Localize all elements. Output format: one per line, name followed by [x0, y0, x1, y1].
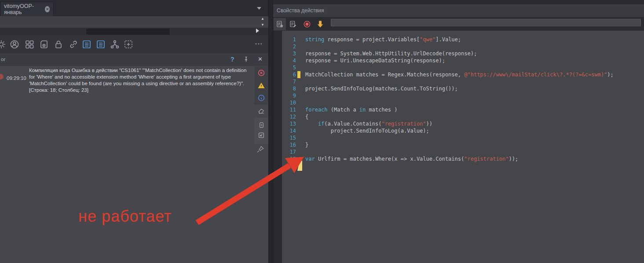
- expand-right-icon[interactable]: [256, 29, 259, 33]
- link-icon[interactable]: [68, 39, 79, 50]
- mini-scrollbar[interactable]: ▲▼: [260, 17, 266, 27]
- code-line-3[interactable]: 3response = System.Web.HttpUtility.UrlDe…: [282, 50, 643, 57]
- code-line-18[interactable]: 18var Urlfirm = matches.Where(x => x.Val…: [282, 155, 643, 162]
- code-line-9[interactable]: 9: [282, 92, 643, 99]
- code-line-17[interactable]: 17: [282, 148, 643, 155]
- code-line-1[interactable]: 1string response = project.Variables["qw…: [282, 36, 643, 43]
- line-marker: [297, 43, 300, 50]
- line-text: var Urlfirm = matches.Where(x => x.Value…: [305, 155, 518, 162]
- line-marker: [297, 120, 300, 127]
- code-line-12[interactable]: 12{: [282, 113, 643, 120]
- line-text: {: [305, 113, 308, 120]
- line-number: 12: [282, 113, 296, 120]
- branch-icon[interactable]: [110, 39, 120, 50]
- line-marker: [297, 36, 300, 43]
- line-marker: [297, 106, 300, 113]
- code-lines: 1string response = project.Variables["qw…: [282, 36, 643, 162]
- code-line-7[interactable]: 7: [282, 78, 643, 85]
- tab-list-dropdown-icon[interactable]: [257, 7, 261, 10]
- line-marker: [297, 50, 300, 57]
- line-marker: [297, 57, 300, 64]
- right-panel-top-strip: [273, 0, 644, 4]
- line-text: response = System.Web.HttpUtility.UrlDec…: [305, 50, 477, 57]
- code-line-14[interactable]: 14 project.SendInfoToLog(a.Value);: [282, 127, 643, 134]
- right-panel-title: Свойства действия: [273, 4, 644, 18]
- code-line-15[interactable]: 15: [282, 134, 643, 141]
- tab-bar: vitomyOOP- январь ✕: [0, 0, 269, 17]
- log-panel-title: ог: [1, 57, 6, 62]
- line-marker: [297, 92, 300, 99]
- action-search-input[interactable]: [331, 19, 641, 26]
- code-line-2[interactable]: 2: [282, 43, 643, 50]
- user-icon[interactable]: [9, 39, 20, 50]
- record-button[interactable]: [301, 18, 313, 30]
- line-text: project.SendInfoToLog(matches.Count.ToSt…: [305, 85, 458, 92]
- log-panel-header: [0, 53, 269, 66]
- line-number: 7: [282, 78, 296, 85]
- code-line-5[interactable]: 5: [282, 64, 643, 71]
- list-view-icon-2[interactable]: [95, 39, 106, 50]
- line-number: 3: [282, 50, 296, 57]
- line-marker: [297, 71, 300, 78]
- code-line-16[interactable]: 16}: [282, 141, 643, 148]
- scrollbar-thumb[interactable]: [86, 29, 170, 35]
- pin-icon[interactable]: [243, 56, 249, 63]
- info-filter-icon[interactable]: [257, 94, 265, 102]
- line-number: 9: [282, 92, 296, 99]
- help-icon[interactable]: ?: [231, 56, 234, 63]
- tab-close-icon[interactable]: ✕: [45, 6, 50, 12]
- line-marker: [297, 99, 300, 106]
- line-marker: [297, 113, 300, 120]
- annotation-text: не работает: [78, 207, 172, 226]
- line-text: string response = project.Variables["qwe…: [305, 36, 461, 43]
- code-line-6[interactable]: 6MatchCollection matches = Regex.Matches…: [282, 71, 643, 78]
- log-entry-message[interactable]: Компиляция кода Ошибка в действии "CS106…: [29, 67, 250, 94]
- line-number: 6: [282, 71, 296, 78]
- action-list-edit-button[interactable]: [287, 18, 299, 30]
- panel-view-icon[interactable]: [258, 121, 266, 129]
- line-marker: [297, 134, 300, 141]
- line-text: if(a.Value.Contains("registration")): [305, 120, 432, 127]
- line-number: 13: [282, 120, 296, 127]
- code-line-8[interactable]: 8project.SendInfoToLog(matches.Count.ToS…: [282, 85, 643, 92]
- add-region-icon[interactable]: [123, 39, 134, 50]
- line-number: 10: [282, 99, 296, 106]
- line-marker: [297, 85, 300, 92]
- save-card-icon[interactable]: [39, 39, 49, 50]
- log-close-icon[interactable]: ✕: [258, 56, 263, 62]
- line-number: 16: [282, 141, 296, 148]
- line-marker: [297, 141, 300, 148]
- list-view-icon[interactable]: [81, 39, 92, 50]
- apps-grid-icon[interactable]: [24, 39, 35, 50]
- collapsed-panel-strip: [0, 16, 269, 28]
- code-line-11[interactable]: 11foreach (Match a in matches ): [282, 106, 643, 113]
- errors-filter-icon[interactable]: [257, 69, 265, 77]
- line-number: 14: [282, 127, 296, 134]
- line-number: 1: [282, 36, 296, 43]
- scroll-down-icon[interactable]: ▼: [261, 23, 264, 27]
- scroll-up-icon[interactable]: ▲: [261, 17, 264, 21]
- insert-down-button[interactable]: [314, 18, 326, 30]
- line-text: }: [305, 141, 308, 148]
- code-line-13[interactable]: 13 if(a.Value.Contains("registration")): [282, 120, 643, 127]
- line-number: 2: [282, 43, 296, 50]
- line-text: project.SendInfoToLog(a.Value);: [305, 127, 429, 134]
- line-text: foreach (Match a in matches ): [305, 106, 398, 113]
- line-text: response = Uri.UnescapeDataString(respon…: [305, 57, 445, 64]
- toolbar-more-button[interactable]: ...: [255, 39, 263, 46]
- action-list-settings-button[interactable]: [274, 18, 286, 30]
- line-number: 5: [282, 64, 296, 71]
- resize-panel-icon[interactable]: [258, 132, 266, 140]
- lock-icon[interactable]: [53, 39, 64, 50]
- line-marker: [297, 127, 300, 134]
- gear-icon[interactable]: [0, 39, 7, 50]
- line-text: MatchCollection matches = Regex.Matches(…: [305, 71, 614, 78]
- warnings-filter-icon[interactable]: [257, 82, 265, 90]
- line-number: 11: [282, 106, 296, 113]
- project-tab-label: vitomyOOP- январь: [4, 3, 41, 15]
- code-line-10[interactable]: 10: [282, 99, 643, 106]
- project-tab[interactable]: vitomyOOP- январь ✕: [0, 2, 54, 16]
- clear-log-icon[interactable]: [257, 107, 265, 115]
- code-line-4[interactable]: 4response = Uri.UnescapeDataString(respo…: [282, 57, 643, 64]
- line-number: 8: [282, 85, 296, 92]
